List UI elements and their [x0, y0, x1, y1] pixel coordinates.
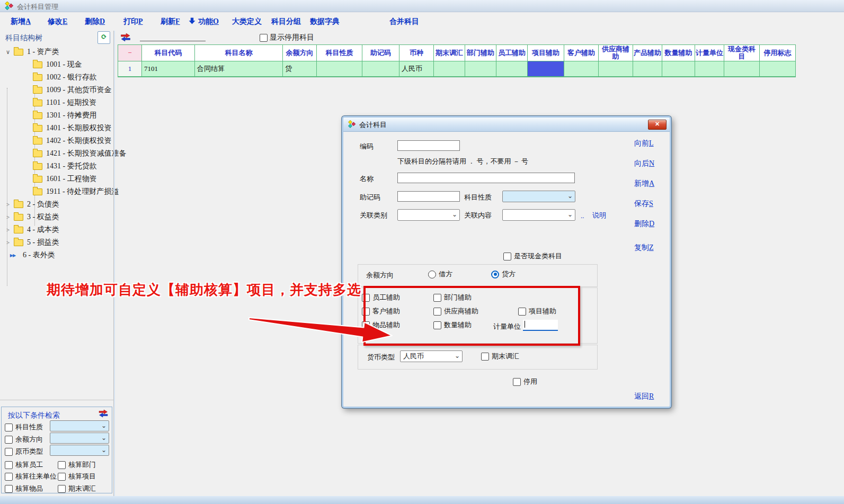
tree-item-off-balance[interactable]: ▶▶6 - 表外类: [0, 249, 113, 262]
cell-prod-aux[interactable]: [633, 61, 662, 76]
cell-proj-aux-selected[interactable]: [527, 61, 564, 76]
tree-collapsed-icon[interactable]: >: [4, 201, 12, 208]
column-header-cash-type[interactable]: 现金类科目: [724, 45, 759, 61]
tree-item-equity-invest[interactable]: 1401 - 长期股权投资: [0, 122, 132, 134]
debit-radio[interactable]: [428, 271, 436, 278]
cell-fx-adjust[interactable]: [433, 61, 465, 76]
fx-adjust-checkbox[interactable]: [58, 485, 66, 493]
delete-button[interactable]: 删除D: [634, 219, 654, 229]
column-header-prod-aux[interactable]: 产品辅助: [633, 45, 662, 61]
panel-splitter[interactable]: [114, 31, 115, 496]
acct-department-checkbox[interactable]: [58, 461, 66, 469]
column-header-unit[interactable]: 计量单位: [695, 45, 724, 61]
refresh-tree-button[interactable]: ⟳: [97, 31, 110, 44]
tree-item-equity[interactable]: >3 - 权益类: [0, 211, 113, 223]
quick-search-input[interactable]: [140, 32, 206, 41]
credit-radio[interactable]: [491, 271, 499, 278]
swap-columns-icon[interactable]: [120, 33, 131, 44]
tree-item-debt-invest[interactable]: 1402 - 长期债权投资: [0, 134, 132, 147]
balance-filter-checkbox[interactable]: [5, 436, 13, 444]
fx-adjust-checkbox[interactable]: [481, 353, 489, 361]
tree-item-bank[interactable]: 1002 - 银行存款: [0, 71, 132, 84]
cell-dept-aux[interactable]: [465, 61, 496, 76]
toolbar-data-dictionary-button[interactable]: 数据字典: [310, 17, 340, 26]
toolbar-category-define-button[interactable]: 大类定义: [232, 17, 262, 26]
cell-cust-aux[interactable]: [564, 61, 598, 76]
toolbar-edit-button[interactable]: 修改E: [48, 17, 67, 26]
column-header-emp-aux[interactable]: 员工辅助: [496, 45, 527, 61]
name-input[interactable]: [397, 173, 575, 183]
toolbar-subject-group-button[interactable]: 科目分组: [271, 17, 301, 26]
cell-balance[interactable]: 贷: [282, 61, 316, 76]
tree-collapsed-icon[interactable]: >: [4, 239, 12, 246]
toolbar-add-button[interactable]: 新增A: [11, 17, 31, 26]
disable-checkbox[interactable]: [513, 378, 521, 386]
tree-item-assets[interactable]: ∨ 1 - 资产类: [0, 46, 113, 58]
acct-item-checkbox[interactable]: [5, 485, 13, 493]
save-button[interactable]: 保存S: [634, 199, 653, 209]
acct-counterparty-checkbox[interactable]: [5, 473, 13, 481]
column-header-disabled[interactable]: 停用标志: [759, 45, 795, 61]
tree-item-entrusted-loan[interactable]: 1431 - 委托贷款: [0, 160, 132, 173]
tree-item-cash[interactable]: 1001 - 现金: [0, 58, 132, 71]
relate-type-dropdown[interactable]: ⌄: [397, 209, 460, 221]
tree-expanded-icon[interactable]: ∨: [4, 49, 12, 56]
code-input[interactable]: [397, 140, 460, 151]
cell-qty-aux[interactable]: [662, 61, 695, 76]
prev-button[interactable]: 向前L: [634, 139, 654, 148]
add-button[interactable]: 新增A: [634, 179, 654, 188]
tree-item-project-materials[interactable]: 1601 - 工程物资: [0, 173, 132, 185]
cell-code[interactable]: 7101: [141, 61, 194, 76]
next-button[interactable]: 向后N: [634, 159, 654, 168]
note-link[interactable]: 说明: [592, 211, 606, 220]
column-header-proj-aux[interactable]: 项目辅助: [527, 45, 564, 61]
column-header-code[interactable]: 科目代码: [141, 45, 194, 61]
toolbar-delete-button[interactable]: 删除D: [85, 17, 105, 26]
tree-item-liabilities[interactable]: >2 - 负债类: [0, 198, 113, 211]
show-disabled-checkbox[interactable]: [260, 34, 268, 42]
column-header-balance[interactable]: 余额方向: [282, 45, 316, 61]
acct-employee-checkbox[interactable]: [5, 461, 13, 469]
tree-item-other-funds[interactable]: 1009 - 其他货币资金: [0, 84, 132, 96]
relate-content-dropdown[interactable]: ⌄: [502, 209, 575, 221]
more-button[interactable]: ..: [581, 212, 584, 220]
dialog-titlebar[interactable]: 会计科目 ✕: [343, 118, 670, 132]
tree-collapsed-icon[interactable]: >: [4, 227, 12, 233]
cell-supp-aux[interactable]: [598, 61, 633, 76]
close-button[interactable]: ✕: [648, 120, 667, 130]
toolbar-refresh-button[interactable]: 刷新F: [161, 17, 180, 26]
toolbar-function-button[interactable]: 功能O: [198, 17, 219, 26]
cell-nature[interactable]: [316, 61, 362, 76]
column-header-select[interactable]: −: [118, 45, 141, 61]
tree-item-impairment[interactable]: 1421 - 长期投资减值准备: [0, 147, 132, 160]
acct-project-checkbox[interactable]: [58, 473, 66, 481]
toolbar-merge-subject-button[interactable]: 合并科目: [389, 17, 419, 26]
return-button[interactable]: 返回R: [634, 392, 654, 401]
currency-dropdown[interactable]: 人民币⌄: [400, 350, 463, 362]
nature-filter-dropdown[interactable]: ⌄: [50, 420, 109, 431]
cell-cash-type[interactable]: [724, 61, 759, 76]
cash-type-checkbox[interactable]: [503, 253, 511, 260]
row-number-cell[interactable]: 1: [118, 61, 141, 76]
cell-disabled[interactable]: [759, 61, 795, 76]
nature-filter-checkbox[interactable]: [5, 424, 13, 431]
currency-filter-checkbox[interactable]: [5, 448, 13, 456]
copy-button[interactable]: 复制Z: [634, 243, 654, 253]
toolbar-print-button[interactable]: 打印P: [123, 17, 143, 26]
balance-filter-dropdown[interactable]: ⌄: [50, 433, 109, 444]
cell-name[interactable]: 合同结算: [194, 61, 282, 76]
column-header-cust-aux[interactable]: 客户辅助: [564, 45, 598, 61]
cell-emp-aux[interactable]: [496, 61, 527, 76]
currency-filter-dropdown[interactable]: ⌄: [50, 445, 109, 456]
tree-item-pending-loss[interactable]: 1911 - 待处理财产损溢: [0, 185, 132, 198]
cell-currency[interactable]: 人民币: [399, 61, 433, 76]
tree-item-short-invest[interactable]: 1101 - 短期投资: [0, 96, 132, 109]
column-header-fx-adjust[interactable]: 期末调汇: [433, 45, 465, 61]
tree-item-profit-loss[interactable]: >5 - 损益类: [0, 236, 113, 249]
nature-dropdown[interactable]: ⌄: [502, 191, 575, 202]
swap-columns-icon[interactable]: [98, 409, 109, 420]
mnemonic-input[interactable]: [397, 191, 460, 202]
tree-item-prepaid[interactable]: 1301 - 待摊费用: [0, 109, 132, 122]
column-header-qty-aux[interactable]: 数量辅助: [662, 45, 695, 61]
cell-mnemonic[interactable]: [362, 61, 399, 76]
